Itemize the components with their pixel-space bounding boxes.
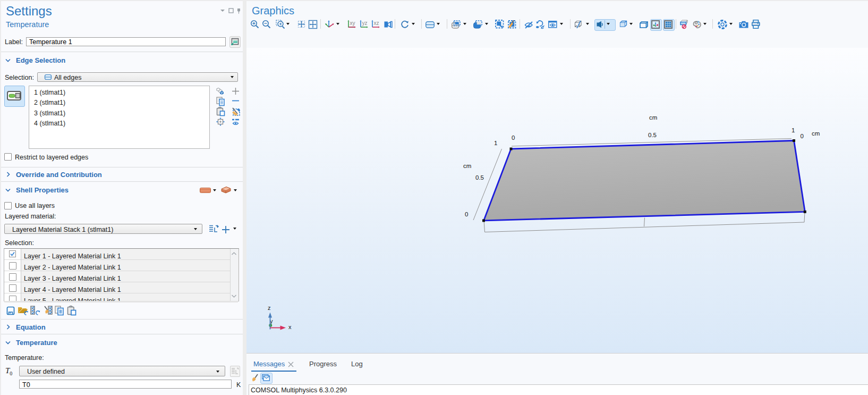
- svg-text:cm: cm: [463, 163, 471, 169]
- svg-text:x: x: [288, 324, 292, 330]
- svg-text:cm: cm: [812, 130, 820, 137]
- svg-text:xy: xy: [350, 20, 355, 26]
- svg-text:0.5: 0.5: [475, 174, 484, 181]
- svg-text:yz: yz: [362, 20, 368, 26]
- svg-text:0: 0: [512, 135, 515, 141]
- svg-text:cm: cm: [649, 114, 657, 121]
- svg-text:0.5: 0.5: [648, 132, 657, 138]
- svg-text:z: z: [268, 305, 271, 311]
- svg-text:0: 0: [465, 211, 468, 217]
- svg-text:1: 1: [494, 140, 497, 146]
- svg-text:1: 1: [792, 127, 795, 133]
- svg-text:xz: xz: [374, 20, 379, 26]
- svg-text:0: 0: [801, 133, 804, 139]
